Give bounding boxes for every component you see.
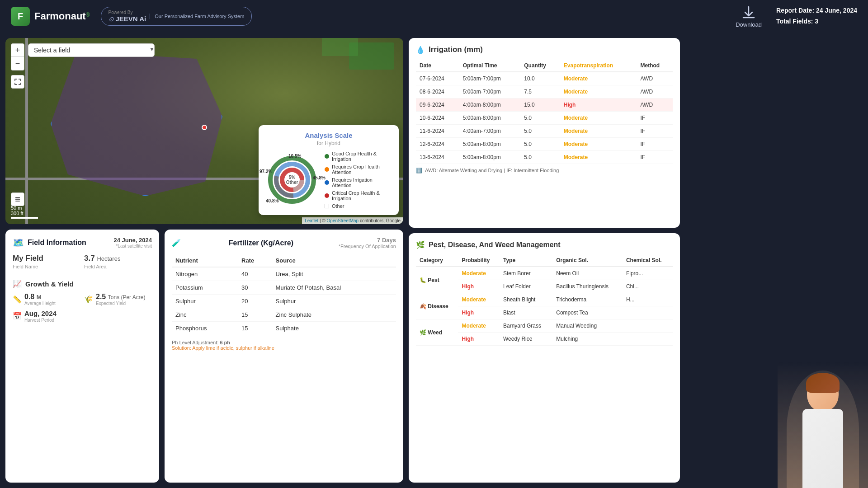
- analysis-legend: Good Crop Health & Irrigation Requires C…: [325, 151, 392, 209]
- zoom-in-button[interactable]: +: [11, 43, 24, 57]
- fullscreen-button[interactable]: [11, 75, 24, 89]
- pest-icon: 🌿: [416, 240, 425, 249]
- header-right: Download Report Date: 24 June, 2024 Tota…: [736, 5, 857, 28]
- irrigation-row: 10-6-2024 5:00am-8:00pm 5.0 Moderate IF: [416, 112, 673, 125]
- yield-icon: 🌾: [84, 295, 93, 304]
- select-arrow-icon: ▼: [149, 46, 155, 52]
- zoom-out-button[interactable]: −: [11, 57, 24, 70]
- irrigation-row: 08-6-2024 5:00am-7:00pm 7.5 Moderate AWD: [416, 85, 673, 99]
- pest-type: Leaf Folder: [500, 280, 552, 293]
- pest-chemical: H...: [623, 293, 673, 306]
- road-vertical-left: [25, 38, 28, 224]
- download-icon: [741, 5, 757, 21]
- irrigation-table: Date Optimal Time Quantity Evapotranspir…: [416, 60, 673, 164]
- analysis-scale-popup: Analysis Scale for Hybrid: [259, 125, 399, 215]
- powered-by-text: Powered By: [108, 10, 146, 15]
- pest-header: 🌿 Pest, Disease, And Weed Management: [416, 240, 673, 249]
- fert-rate: 40: [238, 267, 272, 281]
- logo-area: F Farmonaut®: [11, 7, 90, 26]
- irrigation-row: 11-6-2024 4:00am-7:00pm 5.0 Moderate IF: [416, 125, 673, 138]
- legend-dot-irrigation: [325, 180, 329, 185]
- irr-time: 5:00am-8:00pm: [459, 151, 520, 164]
- field-name-value: My Field: [13, 254, 80, 263]
- irr-date: 11-6-2024: [416, 125, 459, 138]
- field-purple-overlay: [51, 52, 222, 196]
- legend-dot-critical: [325, 193, 329, 198]
- irr-qty: 5.0: [520, 112, 560, 125]
- growth-icon: 📈: [13, 280, 22, 288]
- irr-method: IF: [637, 125, 673, 138]
- analysis-subtitle: for Hybrid: [265, 140, 392, 146]
- jeevn-title: ⊙ JEEVN Ai: [108, 15, 146, 23]
- fertilizer-header: 🧪 Fertilizer (Kg/Acre) 7 Days *Frequency…: [172, 237, 396, 249]
- field-select[interactable]: Select a field: [28, 43, 155, 57]
- irr-date: 07-6-2024: [416, 72, 459, 85]
- field-info-panel: 🗺️ Field Information 24 June, 2024 *Last…: [5, 230, 159, 483]
- fert-row: Zinc15Zinc Sulphate: [172, 308, 396, 322]
- pest-prob: High: [458, 306, 499, 319]
- irr-col-time: Optimal Time: [459, 60, 520, 72]
- pest-panel: 🌿 Pest, Disease, And Weed Management Cat…: [409, 233, 680, 483]
- fert-nutrient: Nitrogen: [172, 267, 238, 281]
- pest-chemical: [623, 333, 673, 346]
- pest-chemical: [623, 306, 673, 319]
- expected-yield-item: 🌾 2.5 Tons (Per Acre) Expected Yield: [84, 293, 152, 306]
- irr-method: IF: [637, 112, 673, 125]
- pest-col-cat: Category: [416, 254, 458, 267]
- svg-rect-0: [15, 197, 20, 198]
- irr-method: AWD: [637, 99, 673, 112]
- irr-date: 09-6-2024: [416, 99, 459, 112]
- main-content: + − Select a field ▼: [0, 33, 868, 488]
- legend-dot-good: [325, 154, 329, 159]
- irrigation-row: 12-6-2024 5:00am-8:00pm 5.0 Moderate IF: [416, 138, 673, 151]
- irr-time: 4:00am-8:00pm: [459, 99, 520, 112]
- pest-chemical: [623, 319, 673, 333]
- fert-row: Potassium30Muriate Of Potash, Basal: [172, 281, 396, 295]
- growth-title: Growth & Yield: [25, 280, 74, 288]
- growth-panel: 📈 Growth & Yield 📏 0.8 M Average Height: [13, 280, 152, 323]
- pest-type: Weedy Rice: [500, 333, 552, 346]
- donut-center: 5%Other: [286, 175, 298, 185]
- scale-indicator: 50 m 300 ft: [11, 205, 38, 219]
- pest-row: 🍂 Disease Moderate Sheath Blight Trichod…: [416, 293, 673, 306]
- irrigation-row: 13-6-2024 5:00am-8:00pm 5.0 Moderate IF: [416, 151, 673, 164]
- col-nutrient: Nutrient: [172, 254, 238, 267]
- pest-prob: Moderate: [458, 267, 499, 280]
- irr-method: AWD: [637, 85, 673, 99]
- pest-organic: Neem Oil: [552, 267, 623, 280]
- fert-row: Nitrogen40Urea, Split: [172, 267, 396, 281]
- irr-col-qty: Quantity: [520, 60, 560, 72]
- pest-type: Barnyard Grass: [500, 319, 552, 333]
- fert-rate: 15: [238, 308, 272, 322]
- divider: [13, 275, 152, 275]
- fertilizer-title: Fertilizer (Kg/Acre): [229, 239, 293, 247]
- fert-nutrient: Phosphorus: [172, 322, 238, 335]
- pest-prob: Moderate: [458, 319, 499, 333]
- layer-button[interactable]: [11, 192, 24, 206]
- green-area-2: [322, 38, 358, 56]
- legend-irrigation: Requires Irrigation Attention: [325, 177, 392, 188]
- logo-text: Farmonaut®: [34, 10, 90, 22]
- irrigation-panel: 💧 Irrigation (mm) Date Optimal Time Quan…: [409, 38, 680, 228]
- harvest-row: 📅 Aug, 2024 Harvest Period: [13, 310, 152, 323]
- download-button[interactable]: Download: [736, 5, 762, 28]
- pest-col-prob: Probability: [458, 254, 499, 267]
- irr-qty: 7.5: [520, 85, 560, 99]
- svg-rect-2: [15, 201, 20, 202]
- field-date: 24 June, 2024: [113, 237, 152, 244]
- report-info: Report Date: 24 June, 2024 Total Fields:…: [776, 5, 857, 27]
- fert-nutrient: Sulphur: [172, 295, 238, 308]
- pct-40: 40.8%: [266, 198, 278, 203]
- pest-type: Sheath Blight: [500, 293, 552, 306]
- legend-good: Good Crop Health & Irrigation: [325, 151, 392, 162]
- field-name-label: Field Name: [13, 264, 80, 269]
- legend-dot-crop: [325, 167, 329, 172]
- pest-table: Category Probability Type Organic Sol. C…: [416, 254, 673, 346]
- irr-evap: Moderate: [560, 138, 637, 151]
- fert-nutrient: Zinc: [172, 308, 238, 322]
- irrigation-note: ℹ️ AWD: Alternate Wetting and Drying | I…: [416, 168, 673, 174]
- irr-qty: 5.0: [520, 138, 560, 151]
- fert-nutrient: Potassium: [172, 281, 238, 295]
- pest-col-chemical: Chemical Sol.: [623, 254, 673, 267]
- donut-chart: 5%Other 97.2% 10.5% 45.8% 40.8%: [265, 153, 319, 207]
